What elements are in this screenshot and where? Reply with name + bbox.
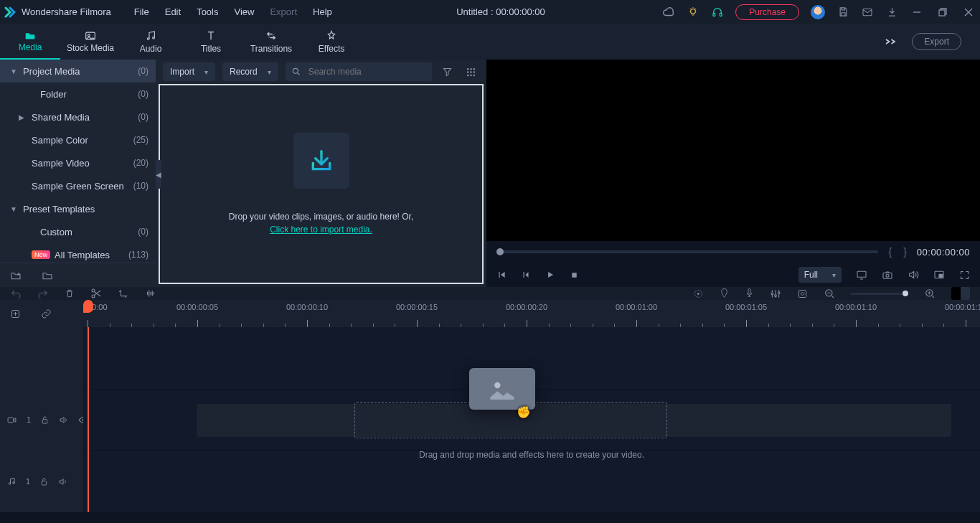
mail-icon[interactable] [861,6,874,19]
display-icon[interactable] [856,270,867,280]
render-icon[interactable] [693,288,704,299]
user-avatar[interactable] [811,5,825,19]
tab-label: Transitions [250,44,292,54]
fullscreen-icon[interactable] [959,270,970,281]
import-icon [293,133,349,189]
step-back-button[interactable] [496,270,507,280]
stop-button[interactable] [570,270,579,280]
sidebar-item-all-templates[interactable]: New All Templates (113) [0,243,156,263]
ruler-label: 00:00:01:15 [945,303,980,311]
voiceover-icon[interactable] [745,288,754,299]
delete-button[interactable] [65,288,75,299]
tab-effects[interactable]: Effects [301,24,362,60]
headphones-icon[interactable] [711,6,724,19]
sidebar-item-preset-templates[interactable]: ▼ Preset Templates [0,197,156,220]
sidebar-item-sample-color[interactable]: Sample Color (25) [0,128,156,151]
new-folder-icon[interactable] [10,270,22,281]
volume-icon[interactable] [908,269,919,281]
sidebar-item-sample-video[interactable]: Sample Video (20) [0,151,156,174]
playhead[interactable] [88,327,89,512]
purchase-button[interactable]: Purchase [735,4,799,20]
save-icon[interactable] [837,6,849,19]
sidebar-item-sample-green-screen[interactable]: Sample Green Screen (10) [0,174,156,197]
sidebar-collapse-handle[interactable]: ◀ [156,160,161,189]
chevron-down-icon: ▾ [268,68,271,76]
svg-point-9 [293,68,298,73]
window-maximize-button[interactable] [936,8,950,17]
export-button[interactable]: Export [912,33,961,50]
mute-icon[interactable] [58,477,67,486]
tab-stock-media[interactable]: Stock Media [60,24,121,60]
mark-out-icon[interactable]: } [902,246,908,258]
zoom-in-button[interactable] [924,288,936,299]
menu-help[interactable]: Help [306,4,339,20]
svg-point-11 [470,67,472,70]
media-drop-zone[interactable]: Drop your video clips, images, or audio … [159,84,484,284]
add-track-icon[interactable] [10,308,21,319]
tab-transitions[interactable]: Transitions [241,24,301,60]
import-dropdown[interactable]: Import ▾ [163,62,215,81]
tracks-area[interactable]: ✊ Drag and drop media and effects here t… [83,327,980,512]
keyframe-icon[interactable] [797,288,808,299]
crop-icon[interactable] [118,288,128,299]
cloud-icon[interactable] [662,6,675,19]
media-search[interactable] [286,62,432,81]
svg-rect-37 [42,419,47,423]
tab-media[interactable]: Media [0,24,60,60]
play-button[interactable] [545,270,555,280]
preview-viewport [486,60,980,241]
folder-icon[interactable] [42,270,53,281]
sidebar-item-folder[interactable]: Folder (0) [0,83,156,105]
svg-rect-32 [799,290,806,297]
audio-waveform-icon[interactable] [144,288,157,298]
sidebar-item-project-media[interactable]: ▼ Project Media (0) [0,60,156,83]
timeline-size-toggle[interactable] [951,287,970,300]
tab-audio[interactable]: Audio [121,24,181,60]
snapshot-icon[interactable] [882,270,893,280]
menu-tools[interactable]: Tools [189,4,225,20]
ruler-label: 00:00:00:20 [506,303,547,311]
tabs-more-button[interactable] [876,24,905,60]
pip-icon[interactable] [933,270,945,280]
menu-view[interactable]: View [227,4,261,20]
zoom-slider[interactable] [851,293,908,295]
search-input[interactable] [307,66,426,77]
filter-icon[interactable] [439,64,456,80]
playhead-grip-icon[interactable] [83,300,93,313]
redo-button[interactable] [37,288,49,298]
sidebar-item-shared-media[interactable]: ▶ Shared Media (0) [0,105,156,128]
lock-icon[interactable] [41,415,49,425]
seek-slider[interactable] [496,250,878,253]
window-minimize-button[interactable] [910,8,924,17]
menu-file[interactable]: File [127,4,156,20]
video-track[interactable]: ✊ Drag and drop media and effects here t… [83,389,980,451]
media-panel: Import ▾ Record ▾ Drop your video clips,… [156,60,486,287]
mute-icon[interactable] [59,415,68,425]
undo-button[interactable] [10,288,22,298]
frame-back-button[interactable] [521,270,531,280]
zoom-out-button[interactable] [824,288,835,299]
download-icon[interactable] [885,6,898,19]
svg-rect-1 [713,13,715,16]
grid-view-icon[interactable] [463,64,479,80]
preview-quality-dropdown[interactable]: Full ▾ [798,267,842,283]
link-icon[interactable] [41,308,52,319]
record-dropdown[interactable]: Record ▾ [222,62,278,81]
svg-rect-21 [883,273,892,278]
svg-point-7 [147,37,149,39]
mixer-icon[interactable] [770,288,781,299]
menu-edit[interactable]: Edit [158,4,188,20]
timeline-ruler: 00:00 00:00:00:0500:00:00:1000:00:00:150… [0,300,980,327]
import-media-link[interactable]: Click here to import media. [270,225,372,235]
document-title: Untitled : 00:00:00:00 [339,6,663,17]
tab-titles[interactable]: Titles [181,24,241,60]
mark-in-icon[interactable]: { [887,246,893,258]
lightbulb-icon[interactable] [687,6,699,19]
app-logo-icon [4,6,16,18]
window-close-button[interactable] [961,8,976,17]
svg-point-10 [467,67,469,70]
lock-icon[interactable] [40,477,48,486]
sidebar-item-custom[interactable]: Custom (0) [0,220,156,243]
marker-icon[interactable] [720,288,729,299]
split-button[interactable] [90,288,102,299]
